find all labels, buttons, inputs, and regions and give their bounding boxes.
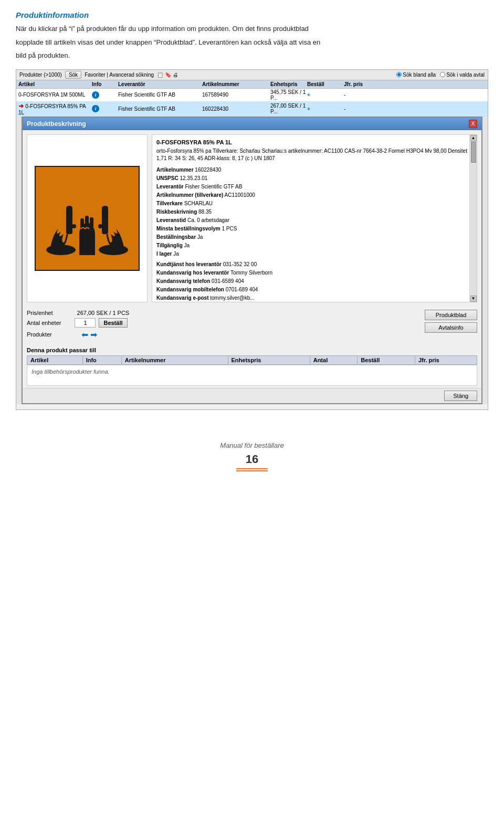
svg-rect-2 [66,208,72,234]
product-detail-kundansvarig: Kundansvarig hos leverantör Tommy Silver… [156,269,467,277]
row-arrow: ➜ [18,102,25,110]
antal-input[interactable] [75,318,96,328]
cell-info[interactable]: i [92,105,118,112]
th-info: Info [82,355,121,364]
cell-enhetspris: 345,75 SEK / 1 P... [270,89,307,101]
manual-title: Manual för beställare [16,441,488,449]
search-button[interactable]: Sök [65,71,81,79]
svg-rect-10 [85,216,89,227]
scrollbar-thumb[interactable] [471,142,476,163]
hazard-symbol [35,166,140,271]
cell-jfr-pris: - [344,92,486,98]
page-footer: Manual för beställare 16 [16,441,488,487]
product-detail-leverantor: Leverantör Fisher Scientific GTF AB [156,183,467,191]
table-row: ➜ 0-FOSFORSYRA 85% PA 1L i Fisher Scient… [16,102,488,117]
page-number: 16 [16,452,488,466]
modal-body: 0-FOSFORSYRA 85% PA 1L orto-Fosforsyra 8… [23,130,481,307]
accessories-empty: Inga tillbehörsprodukter funna. [27,365,477,386]
product-detail-i-lager: I lager Ja [156,250,467,258]
cell-enhetspris: 267,00 SEK / 1 P... [270,103,307,114]
th-artikel: Artikel [27,355,83,364]
favoriter-label[interactable]: Favoriter | Avancerad sökning [85,72,154,78]
intro-text-3: bild på produkten. [16,50,488,61]
th-info: Info [92,81,118,87]
svg-point-7 [102,206,108,210]
radio-sok-valda-avtal[interactable]: Sök i valda avtal [440,72,485,78]
pris-label: Pris/enhet [27,310,53,316]
bestall-button[interactable]: Beställ [99,318,127,328]
scrollbar-track[interactable] [470,141,477,296]
prev-arrow[interactable]: ⬅ [81,330,88,340]
th-bestall: Beställ [307,81,344,87]
screenshot-container: Produkter (>1000) Sök Favoriter | Avance… [16,69,488,410]
ss-topbar: Produkter (>1000) Sök Favoriter | Avance… [16,70,488,80]
modal-footer: Pris/enhet 267,00 SEK / 1 PCS Antal enhe… [23,307,481,345]
cell-artikel: 0-FOSFORSYRA 1M 500ML [18,92,92,98]
nav-arrows: ⬅ ➡ [81,330,97,340]
cell-artikelnummer: 167589490 [202,92,270,98]
radio-sok-bland-alla[interactable]: Sök bland alla [396,72,436,78]
pris-value: 267,00 SEK / 1 PCS [77,310,130,316]
th-bestall: Beställ [358,355,415,364]
product-name: 0-FOSFORSYRA 85% PA 1L [156,139,467,145]
th-artikelnummer: Artikelnummer [202,81,270,87]
cell-bestall[interactable]: + [307,92,344,98]
modal-image-area [27,134,148,302]
product-desc: orto-Fosforsyra 85% pa Tillverkare: Scha… [156,148,467,162]
intro-text-1: När du klickar på “i” på produkten får d… [16,24,488,34]
scrollbar-up-button[interactable]: ▲ [470,135,477,141]
toolbar-icons: 📋 🔖 🖨 [157,72,178,78]
next-arrow[interactable]: ➡ [90,330,97,340]
th-enhetspris: Enhetspris [228,355,310,364]
modal-info-area: 0-FOSFORSYRA 85% PA 1L orto-Fosforsyra 8… [152,134,477,302]
cell-artikel: ➜ 0-FOSFORSYRA 85% PA 1L [18,102,92,115]
product-detail-ka-mobil: Kundansvarig mobiltelefon 0701-689 404 [156,286,467,293]
denna-produkt-title: Denna produkt passar till [27,347,477,353]
th-enhetspris: Enhetspris [270,81,307,87]
product-detail-artikelnummer: Artikelnummer 160228430 [156,166,467,174]
produkter-row: Produkter ⬅ ➡ [27,330,425,340]
product-detail-kundtjanst: Kundtjänst hos leverantör 031-352 32 00 [156,261,467,268]
modal-titlebar: Produktbeskrivning X [23,118,481,130]
th-artikel: Artikel [18,81,92,87]
section-title: Produktinformation [16,10,488,19]
ss-topbar-title: Produkter (>1000) [19,72,62,78]
cell-jfr-pris: - [344,106,486,112]
page-content: Produktinformation När du klickar på “i”… [0,0,504,508]
scrollbar-down-button[interactable]: ▼ [470,296,477,302]
modal-close-button[interactable]: X [469,120,477,128]
product-detail-art-tillverkare: Artikelnummer (tillverkare) AC11001000 [156,192,467,199]
svg-point-3 [66,206,72,210]
th-artikelnummer: Artikelnummer [121,355,228,364]
product-detail-ka-epost: Kundansvarig e-post tommy.silver@kb... [156,294,467,302]
svg-point-12 [72,224,76,228]
cell-artikelnummer: 160228430 [202,106,270,112]
accessories-table: Artikel Info Artikelnummer Enhetspris An… [27,355,477,365]
accessories-header-row: Artikel Info Artikelnummer Enhetspris An… [27,355,477,364]
table-row: 0-FOSFORSYRA 1M 500ML i Fisher Scientifi… [16,89,488,102]
product-detail-tillganglig: Tillgänglig Ja [156,242,467,249]
modal-scrollbar[interactable]: ▲ ▼ [469,135,477,302]
ss-table-header: Artikel Info Leverantör Artikelnummer En… [16,80,488,89]
avtalsinfo-button[interactable]: Avtalsinfo [425,322,477,333]
accessories-section: Denna produkt passar till Artikel Info A… [23,345,481,388]
th-jfr-pris: Jfr. pris [415,355,477,364]
product-detail-bestallningsbar: Beställningsbar Ja [156,234,467,241]
page-underline-1 [236,468,268,469]
product-detail-leveranstid: Leveranstid Ca. 0 arbetsdagar [156,217,467,224]
product-detail-unspsc: UNSPSC 12.35.23.01 [156,175,467,182]
product-detail-ka-telefon: Kundansvarig telefon 031-6589 404 [156,278,467,285]
cell-leverantor: Fisher Scientific GTF AB [118,106,202,112]
product-detail-tillverkare: Tillverkare SCHARLAU [156,200,467,207]
footer-left: Pris/enhet 267,00 SEK / 1 PCS Antal enhe… [27,310,425,342]
svg-point-4 [55,248,59,252]
search-options: Sök bland alla Sök i valda avtal [396,72,485,78]
modal-title: Produktbeskrivning [27,120,86,128]
cell-bestall[interactable]: + [307,106,344,112]
modal-overlay: Produktbeskrivning X [16,117,488,404]
produktblad-button[interactable]: Produktblad [425,310,477,320]
svg-point-8 [115,248,119,252]
cell-info[interactable]: i [92,91,118,99]
modal-dialog: Produktbeskrivning X [22,117,482,404]
stang-button[interactable]: Stäng [444,391,477,401]
